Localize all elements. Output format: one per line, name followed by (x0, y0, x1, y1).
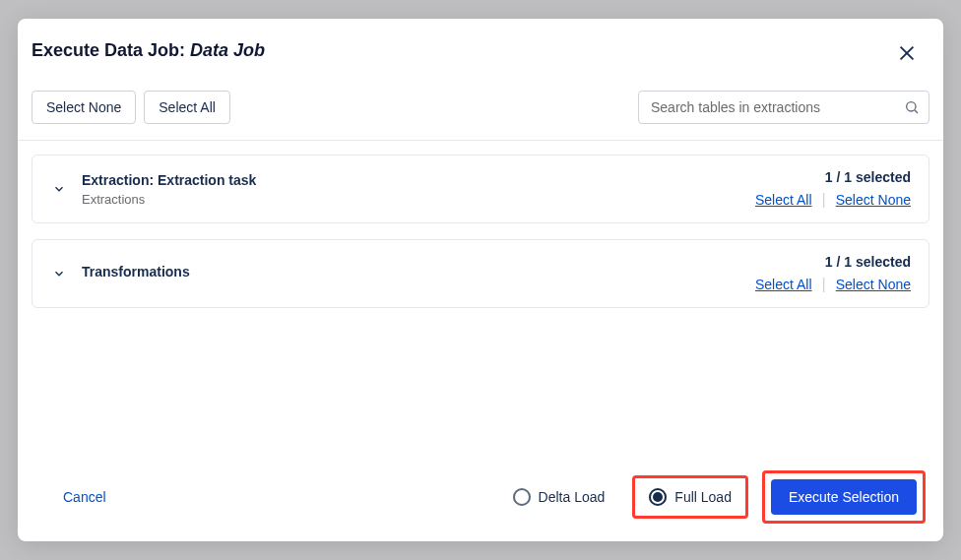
section-select-all-link[interactable]: Select All (755, 192, 812, 208)
execute-selection-button[interactable]: Execute Selection (771, 479, 917, 515)
delta-load-radio[interactable]: Delta Load (499, 478, 619, 516)
full-load-radio[interactable]: Full Load (632, 475, 748, 519)
toolbar-left: Select None Select All (32, 91, 230, 124)
link-divider: | (822, 276, 826, 293)
modal-title-job-name: Data Job (190, 40, 265, 60)
close-icon (896, 42, 918, 67)
modal-header: Execute Data Job: Data Job (18, 19, 943, 87)
chevron-down-icon[interactable] (50, 180, 68, 198)
footer-right: Delta Load Full Load Execute Selection (499, 470, 926, 524)
section-subtitle: Extractions (82, 192, 741, 207)
search-input[interactable] (638, 91, 929, 124)
modal-title: Execute Data Job: Data Job (32, 40, 265, 61)
content: Extraction: Extraction task Extractions … (18, 141, 943, 457)
toolbar: Select None Select All (18, 87, 943, 141)
section-select-none-link[interactable]: Select None (836, 277, 911, 292)
execute-data-job-modal: Execute Data Job: Data Job Select None S… (18, 19, 943, 541)
section-body: Transformations (82, 264, 741, 283)
radio-label: Delta Load (539, 489, 606, 505)
section-body: Extraction: Extraction task Extractions (82, 172, 741, 207)
link-divider: | (822, 191, 826, 209)
cancel-link[interactable]: Cancel (32, 489, 106, 505)
selected-count: 1 / 1 selected (755, 169, 911, 185)
radio-label: Full Load (674, 489, 732, 505)
search-wrapper (638, 91, 929, 124)
radio-icon (649, 488, 667, 506)
chevron-down-icon[interactable] (50, 265, 68, 282)
section-links: Select All | Select None (755, 191, 911, 209)
select-none-button[interactable]: Select None (32, 91, 136, 124)
select-all-button[interactable]: Select All (144, 91, 230, 124)
section-select-all-link[interactable]: Select All (755, 277, 812, 292)
modal-title-prefix: Execute Data Job: (32, 40, 190, 60)
section-select-none-link[interactable]: Select None (836, 192, 911, 208)
section-extraction: Extraction: Extraction task Extractions … (32, 155, 929, 223)
section-title: Extraction: Extraction task (82, 172, 741, 188)
selected-count: 1 / 1 selected (755, 254, 911, 270)
section-transformations: Transformations 1 / 1 selected Select Al… (32, 239, 929, 308)
execute-button-highlight: Execute Selection (762, 470, 926, 524)
radio-icon (513, 488, 531, 506)
section-right: 1 / 1 selected Select All | Select None (755, 169, 911, 209)
close-button[interactable] (894, 40, 920, 69)
footer: Cancel Delta Load Full Load Execute Sele… (18, 457, 943, 541)
section-title: Transformations (82, 264, 741, 280)
section-links: Select All | Select None (755, 276, 911, 293)
section-right: 1 / 1 selected Select All | Select None (755, 254, 911, 293)
